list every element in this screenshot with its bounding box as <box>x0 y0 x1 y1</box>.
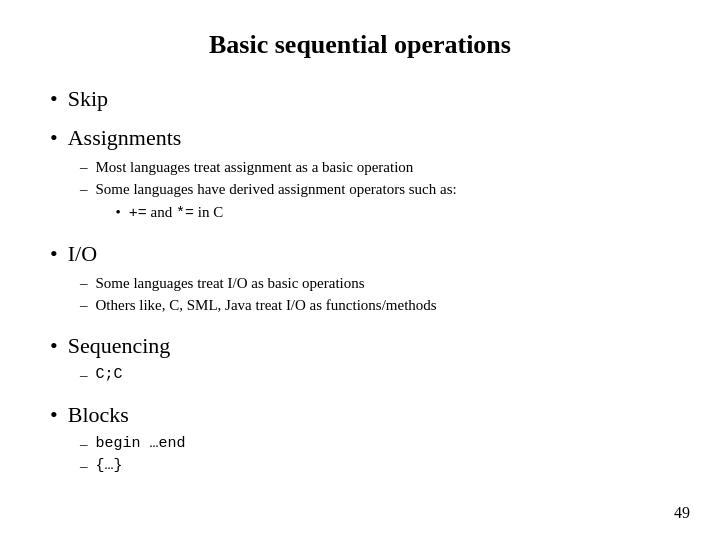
list-item: – Some languages treat I/O as basic oper… <box>80 272 670 295</box>
dash: – <box>80 272 88 295</box>
sub-item-text: Others like, C, SML, Java treat I/O as f… <box>96 294 437 317</box>
bullet-assignments: • <box>50 123 58 154</box>
sub-list-io: – Some languages treat I/O as basic oper… <box>80 272 670 317</box>
list-item: – C;C <box>80 364 670 387</box>
sub-item-text: C;C <box>96 364 123 387</box>
sub-item-text: begin …end <box>96 433 186 456</box>
list-item-sequencing: • Sequencing – C;C <box>50 331 670 394</box>
sub-sub-bullet: • <box>116 201 121 224</box>
dash: – <box>80 294 88 317</box>
page-number: 49 <box>674 504 690 522</box>
list-item-blocks: • Blocks – begin …end – {…} <box>50 400 670 486</box>
item-label-sequencing: Sequencing <box>68 331 171 362</box>
slide-title: Basic sequential operations <box>50 30 670 60</box>
list-item: • += and *= in C <box>116 201 457 226</box>
dash: – <box>80 364 88 387</box>
sub-item-text: Some languages have derived assignment o… <box>96 181 457 197</box>
list-item: – Some languages have derived assignment… <box>80 178 670 225</box>
main-list: • Skip • Assignments – Most languages tr… <box>50 84 670 486</box>
bullet-sequencing: • <box>50 331 58 362</box>
dash: – <box>80 178 88 201</box>
sub-sub-item-text: += and *= in C <box>129 201 223 226</box>
item-label-skip: Skip <box>68 84 108 115</box>
sub-list-assignments: – Most languages treat assignment as a b… <box>80 156 670 226</box>
sub-item-text: Most languages treat assignment as a bas… <box>96 156 414 179</box>
list-item: – Most languages treat assignment as a b… <box>80 156 670 179</box>
sub-sub-list: • += and *= in C <box>116 201 457 226</box>
sub-list-sequencing: – C;C <box>80 364 670 387</box>
item-label-blocks: Blocks <box>68 400 129 431</box>
sub-item-text: Some languages treat I/O as basic operat… <box>96 272 365 295</box>
list-item: – Others like, C, SML, Java treat I/O as… <box>80 294 670 317</box>
item-label-assignments: Assignments <box>68 123 182 154</box>
list-item-skip: • Skip <box>50 84 670 117</box>
bullet-skip: • <box>50 84 58 115</box>
sub-list-blocks: – begin …end – {…} <box>80 433 670 478</box>
list-item-io: • I/O – Some languages treat I/O as basi… <box>50 239 670 325</box>
list-item: – begin …end <box>80 433 670 456</box>
item-label-io: I/O <box>68 239 97 270</box>
bullet-io: • <box>50 239 58 270</box>
dash: – <box>80 156 88 179</box>
list-item-assignments: • Assignments – Most languages treat ass… <box>50 123 670 233</box>
bullet-blocks: • <box>50 400 58 431</box>
dash: – <box>80 455 88 478</box>
sub-item-text: {…} <box>96 455 123 478</box>
slide: Basic sequential operations • Skip • Ass… <box>0 0 720 540</box>
list-item: – {…} <box>80 455 670 478</box>
dash: – <box>80 433 88 456</box>
